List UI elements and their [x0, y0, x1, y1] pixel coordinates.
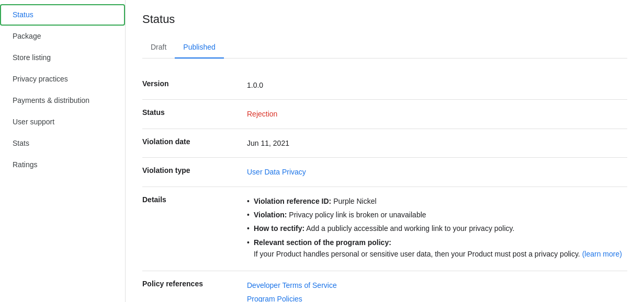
detail-item-3: Relevant section of the program policy: …	[247, 237, 627, 260]
status-label: Status	[142, 108, 247, 117]
violation-type-value[interactable]: User Data Privacy	[247, 166, 627, 178]
policy-references-value: Developer Terms of Service Program Polic…	[247, 280, 627, 302]
main-content: Status Draft Published Version 1.0.0 Sta…	[126, 0, 644, 302]
violation-date-value: Jun 11, 2021	[247, 137, 627, 149]
status-value: Rejection	[247, 108, 627, 120]
detail-item-1: Violation: Privacy policy link is broken…	[247, 209, 627, 220]
policy-link-dev-terms[interactable]: Developer Terms of Service	[247, 280, 627, 291]
sidebar-item-store-listing[interactable]: Store listing	[0, 47, 125, 68]
sidebar-item-user-support[interactable]: User support	[0, 111, 125, 133]
sidebar-item-ratings[interactable]: Ratings	[0, 154, 125, 176]
status-row: Status Rejection	[142, 100, 627, 129]
details-label: Details	[142, 195, 247, 204]
version-row: Version 1.0.0	[142, 71, 627, 100]
tab-draft[interactable]: Draft	[142, 37, 175, 59]
violation-type-row: Violation type User Data Privacy	[142, 158, 627, 187]
sidebar-item-package[interactable]: Package	[0, 26, 125, 47]
sidebar-item-stats[interactable]: Stats	[0, 133, 125, 154]
version-label: Version	[142, 79, 247, 88]
policy-link-program-policies[interactable]: Program Policies	[247, 293, 627, 302]
learn-more-link[interactable]: (learn more)	[582, 250, 622, 258]
sidebar-item-privacy-practices[interactable]: Privacy practices	[0, 68, 125, 90]
tab-published[interactable]: Published	[175, 37, 224, 59]
sidebar-item-status[interactable]: Status	[0, 4, 125, 26]
tabs-container: Draft Published	[142, 37, 627, 59]
violation-type-label: Violation type	[142, 166, 247, 175]
details-row: Details Violation reference ID: Purple N…	[142, 187, 627, 271]
violation-date-row: Violation date Jun 11, 2021	[142, 129, 627, 158]
content-section: Version 1.0.0 Status Rejection Violation…	[142, 71, 627, 302]
policy-references-row: Policy references Developer Terms of Ser…	[142, 271, 627, 302]
details-list: Violation reference ID: Purple Nickel Vi…	[247, 195, 627, 260]
detail-item-2: How to rectify: Add a publicly accessibl…	[247, 223, 627, 234]
violation-date-label: Violation date	[142, 137, 247, 146]
policy-references-label: Policy references	[142, 280, 247, 288]
details-value: Violation reference ID: Purple Nickel Vi…	[247, 195, 627, 262]
version-value: 1.0.0	[247, 79, 627, 91]
detail-item-0: Violation reference ID: Purple Nickel	[247, 195, 627, 207]
policy-links-container: Developer Terms of Service Program Polic…	[247, 280, 627, 302]
sidebar: Status Package Store listing Privacy pra…	[0, 0, 126, 302]
page-title: Status	[142, 13, 627, 26]
sidebar-item-payments-distribution[interactable]: Payments & distribution	[0, 90, 125, 111]
